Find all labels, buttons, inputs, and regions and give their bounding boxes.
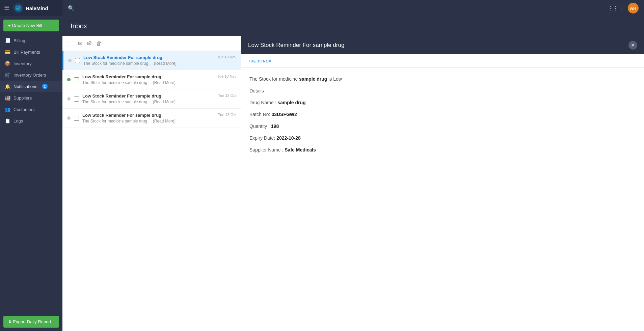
- hamburger-icon[interactable]: ☰: [4, 4, 9, 12]
- msg-date-3: Tue 13 Oct: [218, 113, 236, 117]
- page-area: Inbox ✉ ✉̂ 🗑 Low Stock Reminder For samp: [62, 16, 644, 331]
- message-item-1[interactable]: Low Stock Reminder For sample drug Tue 1…: [62, 70, 241, 89]
- badge-notifications: 1: [42, 84, 48, 89]
- quantity-value: 198: [271, 123, 279, 129]
- batch-value: 03DSFGW2: [271, 112, 297, 117]
- sidebar: ☰ HaleMind + Create New Bill 🧾 Billing 💳…: [0, 0, 62, 331]
- drug-name-label: Drug Name :: [249, 100, 277, 105]
- msg-title-0: Low Stock Reminder For sample drug: [83, 55, 162, 60]
- msg-dot-2: [67, 97, 71, 101]
- detail-close-button[interactable]: ✕: [628, 41, 637, 50]
- logo-text: HaleMind: [26, 5, 48, 11]
- supplier-value: Safe Medicals: [285, 147, 316, 153]
- create-bill-button[interactable]: + Create New Bill: [3, 20, 59, 31]
- mark-unread-icon[interactable]: ✉̂: [87, 40, 91, 47]
- message-list-panel: ✉ ✉̂ 🗑 Low Stock Reminder For sample dru…: [62, 36, 241, 331]
- supplier-label: Supplier Name :: [249, 147, 285, 153]
- msg-header-2: Low Stock Reminder For sample drug Tue 1…: [82, 93, 236, 99]
- body-drug: sample drug: [299, 76, 327, 82]
- detail-line-supplier: Supplier Name : Safe Medicals: [249, 146, 636, 154]
- msg-content-1: Low Stock Reminder For sample drug Tue 1…: [82, 74, 236, 85]
- logo: HaleMind: [13, 3, 48, 13]
- sidebar-item-label-notifications: Notifications: [14, 84, 37, 89]
- msg-date-0: Tue 10 Nov: [217, 55, 236, 59]
- grid-icon[interactable]: ⋮⋮⋮: [608, 5, 624, 11]
- expiry-label: Expiry Date:: [249, 135, 276, 141]
- message-toolbar: ✉ ✉̂ 🗑: [62, 36, 241, 51]
- inventory-icon: 📦: [5, 61, 10, 66]
- msg-content-0: Low Stock Reminder For sample drug Tue 1…: [83, 55, 236, 66]
- sidebar-item-bill-payments[interactable]: 💳 Bill Payments: [0, 46, 62, 58]
- msg-header-0: Low Stock Reminder For sample drug Tue 1…: [83, 55, 236, 60]
- inbox-title: Inbox: [71, 22, 87, 30]
- detail-line-details: Details :: [249, 87, 636, 94]
- msg-dot-3: [67, 116, 71, 120]
- msg-header-1: Low Stock Reminder For sample drug Tue 1…: [82, 74, 236, 79]
- msg-checkbox-2[interactable]: [74, 96, 79, 102]
- nav-items-list: 🧾 Billing 💳 Bill Payments 📦 Inventory 🛒 …: [0, 35, 62, 312]
- export-daily-report-button[interactable]: ⬇ Export Daily Report: [3, 316, 59, 328]
- notifications-icon: 🔔: [5, 84, 10, 89]
- message-item-0[interactable]: Low Stock Reminder For sample drug Tue 1…: [62, 51, 241, 70]
- bill-payments-icon: 💳: [5, 49, 10, 55]
- msg-title-2: Low Stock Reminder For sample drug: [82, 93, 161, 99]
- inventory-orders-icon: 🛒: [5, 72, 10, 78]
- billing-icon: 🧾: [5, 38, 10, 43]
- sidebar-item-billing[interactable]: 🧾 Billing: [0, 35, 62, 46]
- msg-content-2: Low Stock Reminder For sample drug Tue 1…: [82, 93, 236, 104]
- topbar-left: 🔍: [68, 5, 75, 11]
- msg-dot-0: [68, 59, 72, 62]
- detail-line-1: The Stock for medicine sample drug is Lo…: [249, 76, 636, 83]
- expiry-value: 2022-10-28: [276, 135, 301, 141]
- msg-checkbox-0[interactable]: [75, 58, 80, 63]
- topbar-right: ⋮⋮⋮ AH: [608, 3, 639, 13]
- logo-icon: [13, 3, 24, 13]
- sidebar-item-customers[interactable]: 👥 Customers: [0, 104, 62, 115]
- sidebar-item-label-inventory-orders: Inventory Orders: [14, 73, 46, 78]
- sidebar-item-label-inventory: Inventory: [14, 61, 31, 66]
- delete-icon[interactable]: 🗑: [96, 40, 102, 47]
- sidebar-item-notifications[interactable]: 🔔 Notifications 1: [0, 81, 62, 92]
- avatar[interactable]: AH: [628, 3, 639, 13]
- msg-preview-2: The Stock for medicine sample drug ... (…: [82, 100, 236, 104]
- sidebar-item-inventory[interactable]: 📦 Inventory: [0, 58, 62, 69]
- sidebar-item-suppliers[interactable]: 🏭 Suppliers: [0, 92, 62, 104]
- sidebar-item-label-customers: Customers: [14, 107, 35, 112]
- msg-preview-3: The Stock for medicine sample drug ... (…: [82, 119, 236, 123]
- mark-read-icon[interactable]: ✉: [78, 40, 82, 47]
- customers-icon: 👥: [5, 107, 10, 112]
- detail-line-batch: Batch No: 03DSFGW2: [249, 111, 636, 118]
- main-content: 🔍 ⋮⋮⋮ AH Inbox ✉ ✉̂ 🗑: [62, 0, 644, 331]
- sidebar-item-label-bill-payments: Bill Payments: [14, 50, 40, 55]
- drug-name-value: sample drug: [277, 100, 305, 105]
- msg-checkbox-1[interactable]: [74, 77, 79, 82]
- sidebar-item-inventory-orders[interactable]: 🛒 Inventory Orders: [0, 69, 62, 81]
- logs-icon: 📋: [5, 118, 10, 123]
- message-item-3[interactable]: Low Stock Reminder For sample drug Tue 1…: [62, 109, 241, 128]
- msg-header-3: Low Stock Reminder For sample drug Tue 1…: [82, 113, 236, 118]
- msg-preview-0: The Stock for medicine sample drug ... (…: [83, 61, 236, 66]
- body-suffix: is Low: [327, 76, 342, 82]
- search-icon[interactable]: 🔍: [68, 5, 75, 11]
- msg-date-2: Tue 13 Oct: [218, 93, 236, 98]
- msg-checkbox-3[interactable]: [74, 116, 79, 121]
- sidebar-item-label-logs: Logs: [14, 118, 23, 123]
- detail-content: The Stock for medicine sample drug is Lo…: [241, 67, 644, 331]
- msg-title-1: Low Stock Reminder For sample drug: [82, 74, 161, 79]
- detail-title: Low Stock Reminder For sample drug: [248, 42, 344, 49]
- sidebar-item-logs[interactable]: 📋 Logs: [0, 115, 62, 127]
- select-all-checkbox[interactable]: [68, 41, 73, 46]
- detail-date-bar: TUE 10 NOV: [241, 54, 644, 67]
- body-prefix: The Stock for medicine: [249, 76, 299, 82]
- inbox-body: ✉ ✉̂ 🗑 Low Stock Reminder For sample dru…: [62, 36, 644, 331]
- detail-line-expiry: Expiry Date: 2022-10-28: [249, 135, 636, 142]
- msg-content-3: Low Stock Reminder For sample drug Tue 1…: [82, 113, 236, 123]
- message-item-2[interactable]: Low Stock Reminder For sample drug Tue 1…: [62, 89, 241, 109]
- sidebar-header: ☰ HaleMind: [0, 0, 62, 16]
- msg-date-1: Tue 10 Nov: [217, 74, 236, 78]
- msg-title-3: Low Stock Reminder For sample drug: [82, 113, 161, 118]
- inbox-header: Inbox: [62, 16, 644, 36]
- detail-header: Low Stock Reminder For sample drug ✕: [241, 36, 644, 54]
- detail-line-drug-name: Drug Name : sample drug: [249, 99, 636, 106]
- detail-panel: Low Stock Reminder For sample drug ✕ TUE…: [241, 36, 644, 331]
